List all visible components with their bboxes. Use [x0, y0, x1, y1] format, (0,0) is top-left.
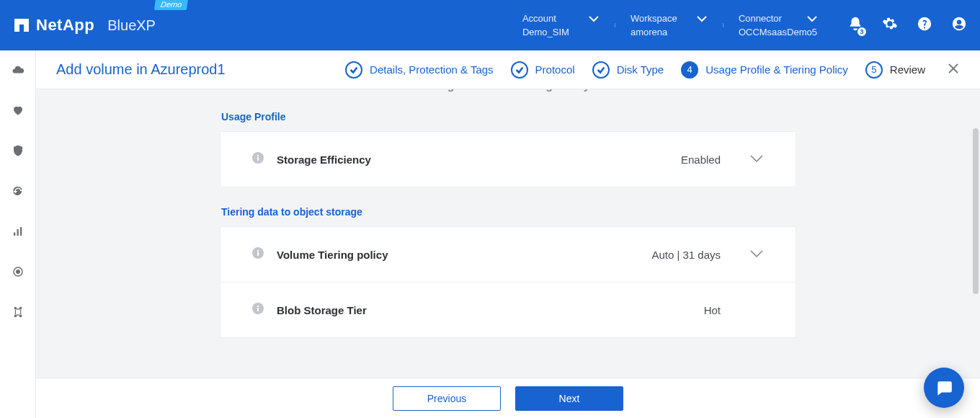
brand-text: NetApp	[36, 16, 94, 35]
row-storage-efficiency[interactable]: Storage Efficiency Enabled	[220, 132, 796, 187]
check-icon	[592, 61, 610, 79]
close-wizard-button[interactable]	[947, 62, 960, 78]
step-label: Disk Type	[617, 63, 664, 76]
chevron-down-icon	[807, 15, 817, 22]
context-connector-value: OCCMsaasDemo5	[739, 27, 817, 37]
step-label: Usage Profile & Tiering Policy	[705, 63, 848, 76]
chat-icon	[935, 378, 953, 397]
next-button[interactable]: Next	[515, 386, 623, 411]
chevron-down-icon	[589, 15, 599, 22]
top-icon-group: 3	[847, 16, 967, 35]
rail-health[interactable]	[12, 104, 24, 120]
product-block: Demo BlueXP	[107, 17, 156, 34]
row-label: Blob Storage Tier	[277, 304, 704, 316]
check-icon	[345, 61, 362, 79]
demo-tag: Demo	[153, 0, 188, 10]
context-account-value: Demo_SIM	[522, 27, 599, 37]
page-title: Add volume in Azureprod1	[56, 61, 226, 78]
step-number: 4	[681, 61, 698, 79]
top-bar: NetApp Demo BlueXP Account Demo_SIM Work…	[0, 0, 980, 50]
gear-icon	[882, 16, 898, 32]
row-label: Volume Tiering policy	[277, 249, 651, 261]
row-volume-tiering-policy[interactable]: Volume Tiering policy Auto | 31 days	[220, 227, 796, 282]
help-button[interactable]	[917, 16, 932, 35]
heart-icon	[12, 104, 24, 117]
target-icon	[12, 265, 24, 278]
info-icon	[252, 152, 264, 166]
step-label: Protocol	[535, 63, 575, 76]
row-blob-storage-tier: Blob Storage Tier Hot	[220, 282, 796, 337]
rail-extensions[interactable]	[12, 306, 24, 321]
brand-block: NetApp Demo BlueXP	[13, 16, 156, 35]
sync-icon	[12, 184, 24, 197]
svg-rect-6	[257, 252, 259, 256]
svg-rect-3	[257, 157, 259, 161]
context-workspace[interactable]: Workspace amorena	[615, 13, 723, 37]
context-workspace-value: amorena	[631, 27, 707, 37]
brand-logo: NetApp	[13, 16, 94, 35]
help-icon	[917, 16, 932, 32]
user-button[interactable]	[951, 16, 967, 35]
rail-protection[interactable]	[12, 144, 24, 160]
close-icon	[947, 62, 960, 75]
step-protocol[interactable]: Protocol	[511, 61, 575, 79]
context-workspace-label: Workspace	[631, 13, 677, 24]
section-tiering-card: Volume Tiering policy Auto | 31 days Blo…	[220, 226, 796, 338]
notification-count: 3	[858, 27, 866, 36]
user-icon	[951, 16, 967, 32]
previous-button[interactable]: Previous	[393, 386, 501, 411]
step-usage-profile[interactable]: 4 Usage Profile & Tiering Policy	[681, 61, 848, 79]
nodes-icon	[12, 306, 24, 319]
context-account[interactable]: Account Demo_SIM	[507, 13, 615, 37]
step-label: Review	[890, 63, 925, 76]
step-disk-type[interactable]: Disk Type	[592, 61, 664, 79]
page-heading: Usage Profile & Tiering Policy	[220, 89, 796, 92]
scrollbar-thumb[interactable]	[973, 128, 979, 294]
shield-icon	[12, 144, 24, 157]
rail-analytics[interactable]	[12, 225, 24, 241]
section-usage-profile-card: Storage Efficiency Enabled	[220, 131, 796, 187]
svg-rect-7	[257, 250, 259, 252]
context-connector-label: Connector	[739, 13, 782, 24]
settings-button[interactable]	[882, 16, 898, 35]
row-value: Enabled	[681, 154, 721, 166]
check-icon	[511, 61, 528, 79]
wizard-step-bar: Add volume in Azureprod1 Details, Protec…	[36, 50, 980, 89]
svg-rect-10	[257, 306, 259, 307]
bars-icon	[12, 225, 24, 238]
info-icon	[252, 303, 264, 317]
info-icon	[252, 247, 264, 262]
cloud-icon	[12, 63, 24, 76]
chevron-down-icon	[749, 153, 764, 166]
chevron-down-icon	[697, 15, 707, 22]
step-label: Details, Protection & Tags	[370, 63, 493, 76]
svg-rect-9	[257, 308, 259, 311]
chat-button[interactable]	[924, 368, 964, 408]
rail-governance[interactable]	[12, 265, 24, 281]
context-connector[interactable]: Connector OCCMsaasDemo5	[723, 13, 833, 37]
row-value: Auto | 31 days	[651, 249, 721, 261]
context-account-label: Account	[522, 13, 556, 24]
section-usage-profile-title: Usage Profile	[221, 111, 796, 123]
product-name: BlueXP	[107, 17, 156, 34]
context-switchers: Account Demo_SIM Workspace amorena Conne…	[507, 13, 833, 37]
section-tiering-title: Tiering data to object storage	[221, 206, 796, 218]
step-review[interactable]: 5 Review	[865, 61, 925, 79]
rail-canvas[interactable]	[12, 63, 24, 79]
scrollbar[interactable]	[970, 89, 980, 378]
rail-sync[interactable]	[12, 184, 24, 200]
netapp-icon	[13, 17, 30, 34]
chevron-down-icon	[749, 248, 764, 261]
svg-rect-4	[257, 155, 259, 156]
step-number: 5	[865, 61, 883, 79]
main-content: Usage Profile & Tiering Policy Usage Pro…	[36, 89, 980, 378]
wizard-footer: Previous Next	[36, 378, 980, 418]
row-label: Storage Efficiency	[277, 154, 681, 166]
left-nav-rail	[0, 50, 36, 418]
row-value: Hot	[704, 304, 721, 316]
step-details[interactable]: Details, Protection & Tags	[345, 61, 493, 79]
notifications-button[interactable]: 3	[847, 16, 863, 35]
